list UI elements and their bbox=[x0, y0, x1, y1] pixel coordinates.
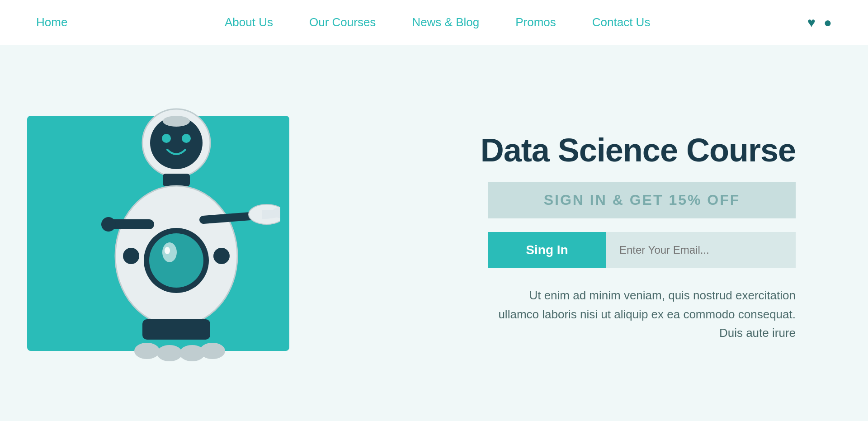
svg-rect-5 bbox=[163, 174, 190, 186]
svg-point-12 bbox=[213, 248, 230, 264]
hero-content: Data Science Course SIGN IN & GET 15% OF… bbox=[316, 123, 868, 343]
email-input[interactable] bbox=[606, 232, 796, 268]
contact-link[interactable]: Contact Us bbox=[592, 15, 651, 29]
svg-point-20 bbox=[157, 345, 182, 361]
svg-point-11 bbox=[123, 248, 139, 264]
home-link[interactable]: Home bbox=[36, 15, 67, 29]
signin-button[interactable]: Sing In bbox=[488, 232, 606, 268]
promos-link[interactable]: Promos bbox=[515, 15, 556, 29]
about-link[interactable]: About Us bbox=[225, 15, 273, 29]
svg-point-22 bbox=[200, 343, 225, 359]
svg-point-14 bbox=[101, 217, 116, 232]
nav-actions: ♥ ● bbox=[807, 15, 832, 30]
svg-point-2 bbox=[162, 134, 171, 143]
svg-point-8 bbox=[149, 233, 203, 288]
hero-section: Data Science Course SIGN IN & GET 15% OF… bbox=[0, 45, 868, 421]
robot-figure bbox=[72, 93, 280, 383]
svg-point-10 bbox=[165, 247, 170, 254]
svg-rect-18 bbox=[142, 319, 210, 340]
nav-home[interactable]: Home bbox=[36, 15, 67, 29]
nav-links: About Us Our Courses News & Blog Promos … bbox=[225, 15, 650, 29]
user-icon[interactable]: ● bbox=[824, 15, 832, 30]
heart-icon[interactable]: ♥ bbox=[807, 15, 816, 30]
courses-link[interactable]: Our Courses bbox=[309, 15, 376, 29]
svg-point-19 bbox=[134, 343, 160, 359]
navbar: Home About Us Our Courses News & Blog Pr… bbox=[0, 0, 868, 45]
hero-illustration bbox=[0, 45, 316, 421]
promo-banner: SIGN IN & GET 15% OFF bbox=[488, 182, 796, 218]
svg-point-4 bbox=[163, 116, 190, 127]
news-link[interactable]: News & Blog bbox=[412, 15, 479, 29]
hero-title: Data Science Course bbox=[481, 132, 796, 168]
hero-description: Ut enim ad minim veniam, quis nostrud ex… bbox=[488, 286, 796, 343]
svg-point-3 bbox=[182, 134, 191, 143]
signup-row: Sing In bbox=[488, 232, 796, 268]
